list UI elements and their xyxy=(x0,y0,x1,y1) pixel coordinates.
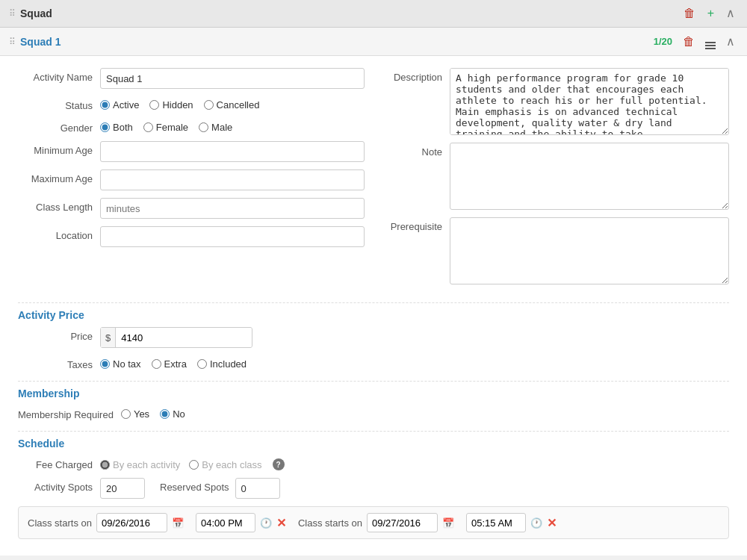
gender-both-label[interactable]: Both xyxy=(100,122,133,133)
section-title: Squad 1 xyxy=(20,36,61,48)
class2-calendar-icon[interactable]: 📅 xyxy=(442,517,454,529)
status-active-label[interactable]: Active xyxy=(100,99,139,111)
main-content: Activity Name Status Active Hidden xyxy=(0,56,747,556)
gender-row: Gender Both Female Male xyxy=(18,119,365,134)
gender-radio-group: Both Female Male xyxy=(100,119,232,133)
status-cancelled-radio[interactable] xyxy=(204,100,214,110)
class1-remove-icon[interactable]: ✕ xyxy=(276,516,286,530)
section-delete-button[interactable]: 🗑 xyxy=(680,34,698,49)
top-collapse-button[interactable]: ∧ xyxy=(723,6,738,21)
status-active-radio[interactable] xyxy=(100,100,110,110)
top-bar-title: Squad xyxy=(20,7,52,19)
status-hidden-label[interactable]: Hidden xyxy=(149,99,193,111)
description-textarea[interactable]: A high performance program for grade 10 … xyxy=(450,68,729,135)
status-hidden-radio[interactable] xyxy=(149,100,159,110)
membership-yes-radio[interactable] xyxy=(121,409,131,419)
top-delete-button[interactable]: 🗑 xyxy=(681,6,698,21)
tax-notax-radio[interactable] xyxy=(100,359,110,369)
taxes-label: Taxes xyxy=(18,355,100,370)
top-drag-handle[interactable]: ⠿ xyxy=(9,8,16,19)
tax-extra-label[interactable]: Extra xyxy=(152,358,187,370)
class-length-input[interactable] xyxy=(100,198,365,219)
class1-calendar-icon[interactable]: 📅 xyxy=(172,517,184,529)
gender-female-label[interactable]: Female xyxy=(143,122,188,133)
location-row: Location xyxy=(18,226,365,247)
top-bar: ⠿ Squad 🗑 + ∧ xyxy=(0,0,747,28)
min-age-input[interactable] xyxy=(100,141,365,162)
fee-each-class-label[interactable]: By each class xyxy=(189,459,261,470)
prerequisite-row: Prerequisite xyxy=(382,217,729,284)
activity-price-heading: Activity Price xyxy=(18,302,729,321)
price-input-wrapper: $ xyxy=(100,327,252,348)
section-counter: 1/20 xyxy=(654,36,672,47)
gender-both-text: Both xyxy=(113,122,133,133)
class2-remove-icon[interactable]: ✕ xyxy=(547,516,557,530)
section-list-button[interactable] xyxy=(702,32,719,51)
max-age-input[interactable] xyxy=(100,169,365,190)
tax-included-radio[interactable] xyxy=(197,359,207,369)
membership-radio-group: Yes No xyxy=(121,405,185,420)
tax-extra-radio[interactable] xyxy=(152,359,161,369)
activity-spots-label: Activity Spots xyxy=(18,478,100,493)
class2-date-input[interactable] xyxy=(367,513,438,532)
gender-male-label[interactable]: Male xyxy=(199,122,232,133)
status-cancelled-label[interactable]: Cancelled xyxy=(204,99,260,111)
form-right: Description A high performance program f… xyxy=(382,68,729,292)
fee-each-activity-radio[interactable] xyxy=(100,460,110,470)
gender-female-radio[interactable] xyxy=(143,122,153,132)
class-length-row: Class Length xyxy=(18,198,365,219)
schedule-section: Schedule Fee Charged By each activity By… xyxy=(18,431,729,539)
gender-male-radio[interactable] xyxy=(199,122,208,132)
section-collapse-button[interactable]: ∧ xyxy=(723,34,738,49)
class2-time-input[interactable] xyxy=(466,513,526,532)
tax-included-text: Included xyxy=(210,358,247,370)
max-age-label: Maximum Age xyxy=(18,169,100,184)
note-textarea[interactable] xyxy=(450,143,729,210)
class1-time-group: 🕐 ✕ xyxy=(196,513,286,532)
form-left: Activity Name Status Active Hidden xyxy=(18,68,365,292)
section-drag-handle[interactable]: ⠿ xyxy=(9,37,16,47)
reserved-spots-input[interactable] xyxy=(235,478,280,499)
activity-name-input[interactable] xyxy=(100,68,365,89)
class-row-1: Class starts on 📅 🕐 ✕ Class starts on 📅 … xyxy=(18,506,729,539)
fee-charged-row: Fee Charged By each activity By each cla… xyxy=(18,455,729,470)
class1-start-label: Class starts on xyxy=(28,517,92,529)
fee-help-icon[interactable]: ? xyxy=(273,458,285,470)
status-active-text: Active xyxy=(113,99,139,111)
section-bar: ⠿ Squad 1 1/20 🗑 ∧ xyxy=(0,28,747,56)
prerequisite-textarea[interactable] xyxy=(450,217,729,284)
description-row: Description A high performance program f… xyxy=(382,68,729,135)
status-cancelled-text: Cancelled xyxy=(217,99,260,111)
class2-clock-icon: 🕐 xyxy=(530,517,542,529)
top-add-button[interactable]: + xyxy=(704,6,717,21)
prerequisite-label: Prerequisite xyxy=(382,217,450,232)
tax-extra-text: Extra xyxy=(164,358,187,370)
class1-date-input[interactable] xyxy=(96,513,167,532)
membership-no-radio[interactable] xyxy=(160,409,170,419)
price-label: Price xyxy=(18,327,100,342)
membership-heading: Membership xyxy=(18,381,729,399)
note-label: Note xyxy=(382,143,450,158)
membership-no-label[interactable]: No xyxy=(160,408,185,420)
fee-each-activity-label[interactable]: By each activity xyxy=(100,459,180,470)
location-input[interactable] xyxy=(100,226,365,247)
fee-radio-group: By each activity By each class ? xyxy=(100,455,285,470)
max-age-row: Maximum Age xyxy=(18,169,365,190)
price-input[interactable] xyxy=(116,328,252,347)
gender-both-radio[interactable] xyxy=(100,122,110,132)
membership-yes-label[interactable]: Yes xyxy=(121,408,149,420)
reserved-spots-label: Reserved Spots xyxy=(160,478,229,493)
status-hidden-text: Hidden xyxy=(162,99,193,111)
activity-price-section: Activity Price Price $ Taxes No tax Extr… xyxy=(18,302,729,370)
activity-spots-input[interactable] xyxy=(100,478,145,499)
form-grid: Activity Name Status Active Hidden xyxy=(18,68,729,292)
membership-label: Membership Required xyxy=(18,405,121,420)
fee-each-class-radio[interactable] xyxy=(189,460,199,470)
tax-notax-label[interactable]: No tax xyxy=(100,358,141,370)
class1-time-input[interactable] xyxy=(196,513,255,532)
class-length-label: Class Length xyxy=(18,198,100,213)
tax-notax-text: No tax xyxy=(113,358,141,370)
tax-included-label[interactable]: Included xyxy=(197,358,247,370)
activity-name-label: Activity Name xyxy=(18,68,100,83)
status-row: Status Active Hidden Cancelled xyxy=(18,96,365,111)
